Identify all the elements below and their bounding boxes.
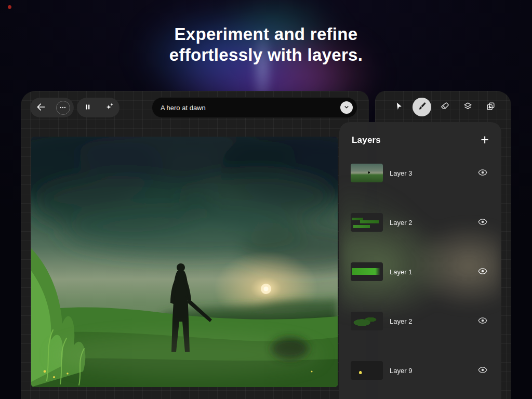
add-layer-button[interactable]: + <box>480 133 490 147</box>
chevron-down-icon <box>343 103 350 112</box>
layers-panel-title: Layers <box>352 135 381 145</box>
page-title-line2: effortlessly with layers. <box>0 45 532 65</box>
layer-visibility-toggle[interactable] <box>476 216 489 229</box>
prompt-expand-button[interactable] <box>340 101 353 114</box>
layer-thumbnail[interactable] <box>351 262 383 281</box>
layer-visibility-toggle[interactable] <box>476 364 489 377</box>
layer-row[interactable]: Layer 2 <box>351 312 489 330</box>
layer-row[interactable]: Layer 2 <box>351 213 489 232</box>
layers-tool-button[interactable] <box>458 98 477 116</box>
eraser-icon <box>440 101 450 113</box>
layer-row[interactable]: Layer 3 <box>351 164 489 182</box>
layer-row[interactable]: Layer 9 <box>351 361 489 380</box>
layer-visibility-toggle[interactable] <box>476 167 489 179</box>
pause-button[interactable] <box>79 99 97 116</box>
canvas[interactable] <box>31 137 338 387</box>
layer-thumbnail[interactable] <box>351 164 383 182</box>
tool-bar <box>390 98 500 116</box>
prompt-input[interactable] <box>161 104 340 112</box>
duplicate-tool-button[interactable] <box>481 98 500 116</box>
nav-button-group <box>30 98 74 117</box>
cursor-icon <box>394 101 404 113</box>
layers-panel-header: Layers + <box>339 122 501 147</box>
select-tool-button[interactable] <box>390 98 408 116</box>
layer-list: Layer 3 Layer 2 <box>339 164 501 380</box>
arrow-left-icon <box>36 102 46 114</box>
eraser-tool-button[interactable] <box>435 98 454 116</box>
editor-window <box>21 91 369 399</box>
layers-icon <box>463 101 473 113</box>
playback-button-group <box>77 98 119 117</box>
layer-name: Layer 2 <box>390 317 470 325</box>
duplicate-icon <box>486 101 496 113</box>
layer-thumbnail[interactable] <box>351 361 383 380</box>
prompt-bar <box>152 97 357 118</box>
eye-icon <box>477 266 488 278</box>
magic-button[interactable] <box>100 99 118 116</box>
brush-icon <box>417 101 427 113</box>
layers-panel: Layers + Layer 3 Layer 2 <box>339 122 501 399</box>
eye-icon <box>477 315 488 327</box>
app-background: Experiment and refine effortlessly with … <box>0 0 532 399</box>
layer-thumbnail[interactable] <box>351 312 383 330</box>
layer-thumbnail[interactable] <box>351 213 383 232</box>
layer-visibility-toggle[interactable] <box>476 265 489 278</box>
layer-name: Layer 2 <box>390 219 470 227</box>
ellipsis-icon <box>56 101 70 115</box>
eye-icon <box>477 167 488 179</box>
layer-visibility-toggle[interactable] <box>476 315 489 327</box>
back-button[interactable] <box>32 99 50 116</box>
brush-tool-button[interactable] <box>413 98 431 116</box>
eye-icon <box>477 217 488 229</box>
red-indicator-dot <box>8 5 11 9</box>
page-title-line1: Experiment and refine <box>0 24 532 45</box>
layer-row[interactable]: Layer 1 <box>351 262 489 281</box>
pause-icon <box>84 103 92 113</box>
eye-icon <box>477 365 488 377</box>
page-title: Experiment and refine effortlessly with … <box>0 24 532 65</box>
layer-name: Layer 3 <box>390 169 470 177</box>
canvas-artwork <box>31 137 338 387</box>
sparkle-icon <box>104 102 114 113</box>
layer-name: Layer 9 <box>390 367 470 375</box>
layer-name: Layer 1 <box>390 268 470 276</box>
more-button[interactable] <box>54 99 72 116</box>
